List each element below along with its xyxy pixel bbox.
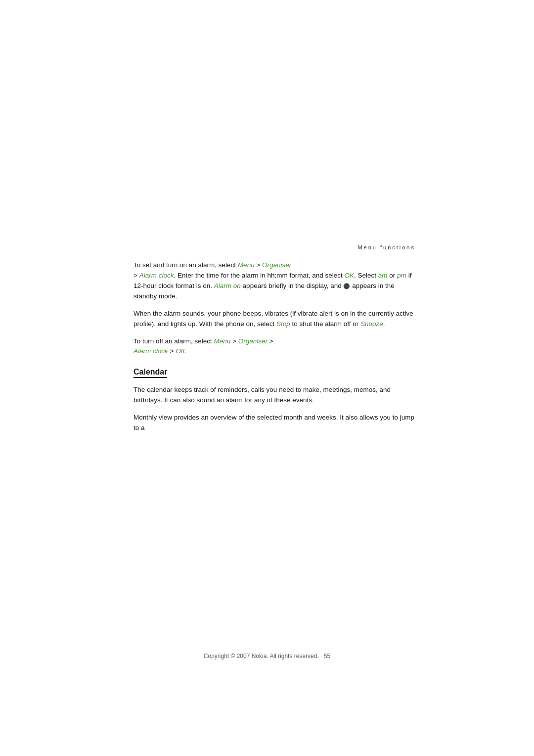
para1-text3: . Select <box>354 272 378 279</box>
am-link: am <box>378 272 388 279</box>
off-link: Off <box>176 347 184 355</box>
calendar-heading: Calendar <box>134 368 167 378</box>
alarm-off-paragraph: To turn off an alarm, select Menu > Orga… <box>134 336 415 357</box>
footer: Copyright © 2007 Nokia. All rights reser… <box>0 653 534 660</box>
snooze-link: Snooze <box>360 320 383 328</box>
alarm-on-link: Alarm on <box>214 282 241 289</box>
section-header: Menu functions <box>134 242 415 251</box>
para2-text2: to shut the alarm off or <box>290 320 360 328</box>
section-title: Menu functions <box>357 244 415 250</box>
organiser-link1: Organiser <box>262 261 291 269</box>
pm-link: pm <box>397 272 406 279</box>
para1-newline: > <box>134 272 139 279</box>
copyright-text: Copyright © 2007 Nokia. All rights reser… <box>204 653 319 660</box>
alarm-sounds-paragraph: When the alarm sounds, your phone beeps,… <box>134 309 415 330</box>
para3-sep1: > <box>230 337 238 345</box>
para1-text4: or <box>388 272 398 279</box>
para3-text1: To turn off an alarm, select <box>134 337 214 345</box>
calendar-section: Calendar <box>134 364 415 385</box>
organiser-link2: Organiser <box>238 337 267 345</box>
ok-link1: OK <box>345 272 355 279</box>
menu-link1: Menu <box>238 261 255 269</box>
page: Menu functions To set and turn on an ala… <box>0 0 534 756</box>
para3-sep3: > <box>168 347 176 355</box>
alarm-clock-link2: Alarm clock <box>134 347 168 355</box>
page-number: 55 <box>324 653 330 660</box>
alarm-icon: ⚫ <box>343 282 350 290</box>
para1-text6: appears briefly in the display, and <box>241 282 344 289</box>
alarm-clock-link1: Alarm clock <box>139 272 174 279</box>
para2-text3: . <box>383 320 385 328</box>
calendar-para1: The calendar keeps track of reminders, c… <box>134 385 415 406</box>
para1-text1: To set and turn on an alarm, select <box>134 261 238 269</box>
para3-end: . <box>184 347 186 355</box>
para1-sep1: > <box>255 261 262 269</box>
menu-link2: Menu <box>214 337 231 345</box>
para1-text2: . Enter the time for the alarm in hh:mm … <box>174 272 344 279</box>
content-area: Menu functions To set and turn on an ala… <box>134 242 415 440</box>
alarm-set-paragraph: To set and turn on an alarm, select Menu… <box>134 260 415 302</box>
calendar-para2: Monthly view provides an overview of the… <box>134 413 415 433</box>
stop-link: Stop <box>276 320 290 328</box>
para3-sep2: > <box>267 337 273 345</box>
